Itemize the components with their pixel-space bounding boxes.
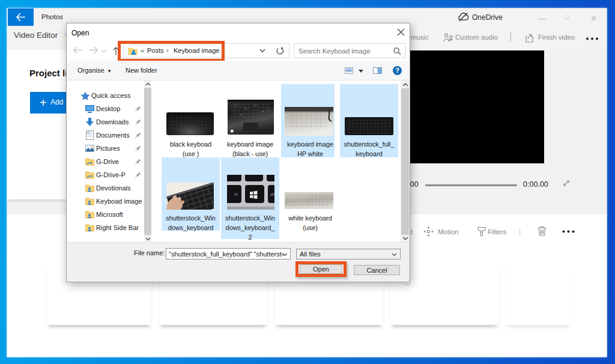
svg-text:fn: fn	[234, 192, 238, 196]
svg-text:alt: alt	[270, 192, 274, 196]
